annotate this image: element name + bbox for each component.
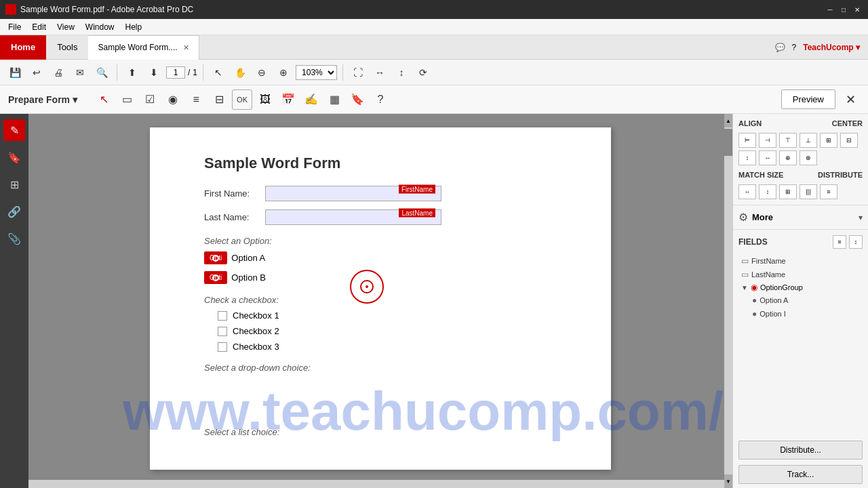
- prepare-form-label: Prepare Form ▾: [8, 94, 77, 105]
- radio-button-tool[interactable]: ◉: [163, 89, 183, 110]
- option-b-row: Opti Option B: [204, 271, 557, 284]
- checkbox1-box[interactable]: [218, 311, 227, 321]
- page-input[interactable]: [166, 66, 185, 79]
- match-height-button[interactable]: ↕: [759, 184, 776, 199]
- align-title: ALIGN: [738, 119, 762, 127]
- match-both-button[interactable]: ⊞: [779, 184, 797, 199]
- tab-tools[interactable]: Tools: [46, 35, 88, 60]
- center-h-button[interactable]: ⊥: [800, 133, 817, 148]
- align-top-button[interactable]: ⊟: [840, 133, 858, 148]
- help-icon[interactable]: ?: [792, 43, 797, 52]
- sidebar-icon-bookmark[interactable]: 🔖: [3, 146, 25, 168]
- save-button[interactable]: 💾: [5, 63, 24, 82]
- tab-doc-label: Sample Word Form....: [98, 43, 177, 52]
- distribute-v-button[interactable]: ≡: [820, 184, 837, 199]
- fit-page-button[interactable]: ⛶: [349, 63, 368, 82]
- sidebar-icon-pages[interactable]: ⊞: [3, 174, 25, 195]
- close-prepare-button[interactable]: ✕: [841, 90, 860, 109]
- list-box-button[interactable]: ≡: [186, 89, 206, 110]
- sidebar-icon-attach[interactable]: 📎: [3, 228, 25, 249]
- field-firstname-label: FirstName: [751, 257, 786, 265]
- horizontal-scrollbar[interactable]: [28, 480, 724, 488]
- option-a-badge[interactable]: Opti: [204, 251, 227, 264]
- prepare-dropdown-arrow[interactable]: ▾: [73, 94, 77, 105]
- menu-view[interactable]: View: [52, 21, 80, 33]
- center-page-h-button[interactable]: ⊕: [779, 150, 797, 165]
- field-option-a[interactable]: ● Option A: [749, 293, 863, 307]
- checkbox2-box[interactable]: [218, 327, 227, 336]
- close-button[interactable]: ✕: [852, 4, 863, 15]
- tab-document[interactable]: Sample Word Form.... ✕: [88, 35, 199, 60]
- email-button[interactable]: ✉: [71, 63, 90, 82]
- menu-file[interactable]: File: [3, 21, 26, 33]
- field-lastname[interactable]: ▭ LastName: [738, 268, 863, 281]
- track-button[interactable]: Track...: [738, 465, 863, 484]
- next-page-button[interactable]: ⬇: [144, 63, 163, 82]
- toolbar-separator-2: [203, 64, 203, 81]
- center-page-v-button[interactable]: ⊗: [800, 150, 817, 165]
- restore-button[interactable]: □: [838, 4, 849, 15]
- signature-button[interactable]: ✍: [301, 89, 321, 110]
- menu-edit[interactable]: Edit: [26, 21, 52, 33]
- distribute-h-button[interactable]: |||: [800, 184, 817, 199]
- align-bottom-button[interactable]: ↔: [759, 150, 776, 165]
- preview-button[interactable]: Preview: [781, 89, 835, 109]
- tab-close-button[interactable]: ✕: [183, 43, 189, 52]
- align-center-h-button[interactable]: ⊣: [759, 133, 776, 148]
- zoom-out-button[interactable]: ⊖: [252, 63, 271, 82]
- menu-window[interactable]: Window: [80, 21, 120, 33]
- first-name-label: First Name:: [204, 188, 265, 199]
- help-button[interactable]: ?: [370, 89, 391, 110]
- minimize-button[interactable]: ─: [825, 4, 835, 15]
- align-right-button[interactable]: ⊤: [779, 133, 797, 148]
- menu-bar: File Edit View Window Help: [0, 19, 868, 35]
- center-v-button[interactable]: ⊞: [820, 133, 837, 148]
- option-group-label: OptionGroup: [760, 283, 803, 291]
- field-text-icon-2: ▭: [741, 270, 749, 279]
- rotate-button[interactable]: ⟳: [414, 63, 433, 82]
- more-section[interactable]: ⚙ More ▾: [733, 205, 868, 230]
- sidebar-icon-prepare[interactable]: ✎: [3, 119, 25, 141]
- tab-home[interactable]: Home: [0, 35, 46, 60]
- checkbox-button[interactable]: ☑: [140, 89, 160, 110]
- print-button[interactable]: 🖨: [49, 63, 68, 82]
- option-b-badge[interactable]: Opti: [204, 271, 227, 284]
- tab-home-label: Home: [11, 42, 35, 52]
- field-option-i[interactable]: ● Option I: [749, 307, 863, 321]
- image-button[interactable]: 🖼: [255, 89, 275, 110]
- bookmark-button[interactable]: 🔖: [347, 89, 368, 110]
- ok-button[interactable]: OK: [232, 89, 252, 110]
- undo-button[interactable]: ↩: [27, 63, 46, 82]
- align-middle-button[interactable]: ↕: [738, 150, 756, 165]
- first-name-field[interactable]: FirstName: [265, 186, 441, 201]
- dropdown-button[interactable]: ⊟: [209, 89, 229, 110]
- distribute-button[interactable]: Distribute...: [738, 441, 863, 460]
- match-distribute-area: MATCH SIZE DISTRIBUTE ↔ ↕ ⊞ ||| ≡: [738, 171, 863, 199]
- window-title: Sample Word Form.pdf - Adobe Acrobat Pro…: [20, 5, 825, 14]
- text-field-button[interactable]: ▭: [117, 89, 137, 110]
- checkbox3-box[interactable]: [218, 342, 227, 352]
- fit-height-button[interactable]: ↕: [392, 63, 411, 82]
- hand-tool-button[interactable]: ✋: [231, 63, 250, 82]
- date-button[interactable]: 📅: [278, 89, 298, 110]
- align-left-button[interactable]: ⊢: [738, 133, 756, 148]
- fit-width-button[interactable]: ↔: [370, 63, 389, 82]
- zoom-in-button[interactable]: ⊕: [274, 63, 293, 82]
- comment-icon[interactable]: 💬: [775, 43, 785, 52]
- barcode-button[interactable]: ▦: [324, 89, 344, 110]
- cursor-tool-button[interactable]: ↖: [94, 89, 114, 110]
- field-firstname[interactable]: ▭ FirstName: [738, 254, 863, 268]
- menu-help[interactable]: Help: [120, 21, 148, 33]
- sidebar-icon-comment[interactable]: 🔗: [3, 201, 25, 222]
- search-button[interactable]: 🔍: [92, 63, 111, 82]
- last-name-field[interactable]: LastName: [265, 209, 441, 225]
- zoom-select[interactable]: 103% 50% 75% 100% 125% 150%: [296, 65, 337, 80]
- sort-az-button[interactable]: ↕: [849, 235, 863, 249]
- prev-page-button[interactable]: ⬆: [123, 63, 142, 82]
- sort-list-button[interactable]: ≡: [833, 235, 846, 249]
- option-group[interactable]: ▼ ◉ OptionGroup: [738, 281, 863, 293]
- field-option-a-label: Option A: [760, 296, 788, 304]
- match-width-button[interactable]: ↔: [738, 184, 756, 199]
- pdf-scrollbar[interactable]: ▲ ▼: [724, 114, 732, 488]
- select-tool-button[interactable]: ↖: [209, 63, 228, 82]
